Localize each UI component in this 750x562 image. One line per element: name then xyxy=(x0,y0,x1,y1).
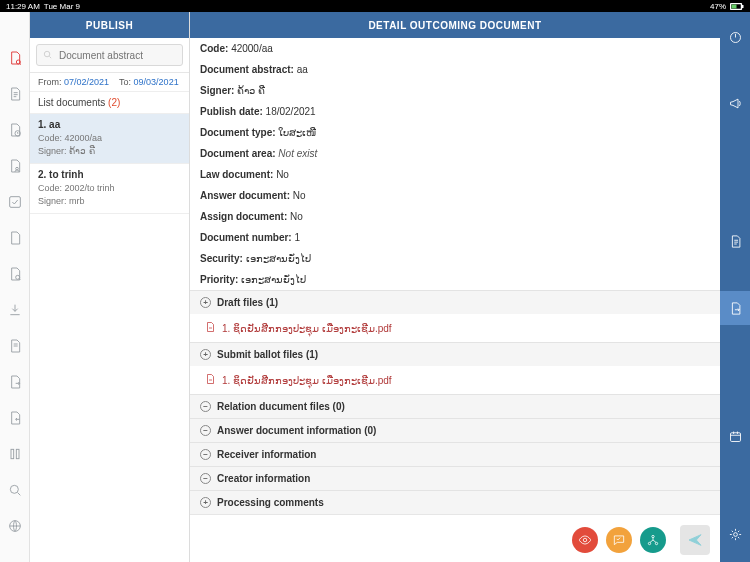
to-label: To: xyxy=(119,77,131,87)
section-receiver-info[interactable]: −Receiver information xyxy=(190,442,720,466)
section-processing-comments[interactable]: +Processing comments xyxy=(190,490,720,514)
svg-point-14 xyxy=(652,535,654,537)
send-button[interactable] xyxy=(680,525,710,555)
pdf-icon xyxy=(204,372,216,388)
collapse-icon: − xyxy=(200,449,211,460)
svg-rect-9 xyxy=(16,449,19,458)
from-label: From: xyxy=(38,77,62,87)
ipad-status-bar: 11:29 AM Tue Mar 9 47% xyxy=(0,0,750,12)
expand-icon: + xyxy=(200,497,211,508)
detail-panel-title: DETAIL OUTCOMING DOCUMENT xyxy=(190,12,720,38)
svg-point-10 xyxy=(10,485,18,493)
rail-doc-in-icon[interactable] xyxy=(7,410,23,426)
view-button[interactable] xyxy=(572,527,598,553)
status-time: 11:29 AM xyxy=(6,2,40,11)
svg-point-15 xyxy=(648,542,650,544)
megaphone-icon[interactable] xyxy=(720,86,750,120)
calendar-icon[interactable] xyxy=(720,419,750,453)
svg-point-13 xyxy=(583,538,587,542)
collapse-icon: − xyxy=(200,473,211,484)
workflow-button[interactable] xyxy=(640,527,666,553)
rail-doc-lines-icon[interactable] xyxy=(7,338,23,354)
svg-rect-2 xyxy=(742,5,744,8)
count-value: (2) xyxy=(108,97,120,108)
section-creator-info[interactable]: −Creator information xyxy=(190,466,720,490)
list-item[interactable]: 1. aa Code: 42000/aa Signer: ຄ້າວ ຄີ xyxy=(30,114,189,164)
power-button[interactable] xyxy=(720,20,750,54)
rail-pause-icon[interactable] xyxy=(7,446,23,462)
list-item-title: 2. to trinh xyxy=(38,169,181,180)
svg-rect-18 xyxy=(730,433,740,442)
rail-check-icon[interactable] xyxy=(7,194,23,210)
list-item-title: 1. aa xyxy=(38,119,181,130)
rail-doc-clock-icon[interactable] xyxy=(7,122,23,138)
svg-rect-8 xyxy=(11,449,14,458)
rail-doc-out-icon[interactable] xyxy=(7,374,23,390)
status-date: Tue Mar 9 xyxy=(44,2,80,11)
left-icon-rail xyxy=(0,12,30,562)
svg-point-16 xyxy=(655,542,657,544)
section-ballot-files[interactable]: +Submit ballot files (1) xyxy=(190,342,720,366)
svg-point-12 xyxy=(44,51,50,57)
doc-out-icon[interactable] xyxy=(720,291,750,325)
gear-icon[interactable] xyxy=(720,518,750,552)
svg-rect-1 xyxy=(732,4,737,8)
rail-doc-plain-icon[interactable] xyxy=(7,230,23,246)
file-row[interactable]: 1. ຊິດຢັນສີກກອງປະຊຸມ ເມືອງກະເຊີມ.pdf xyxy=(190,366,720,394)
list-count-row: List documents (2) xyxy=(30,92,189,114)
battery-icon xyxy=(730,3,744,10)
doc-lines-icon[interactable] xyxy=(720,225,750,259)
expand-icon: + xyxy=(200,297,211,308)
section-draft-files[interactable]: +Draft files (1) xyxy=(190,290,720,314)
rail-search-icon[interactable] xyxy=(7,482,23,498)
pdf-icon xyxy=(204,320,216,336)
search-input[interactable] xyxy=(36,44,183,66)
collapse-icon: − xyxy=(200,425,211,436)
rail-doc-search2-icon[interactable] xyxy=(7,266,23,282)
right-icon-rail xyxy=(720,12,750,562)
comment-input[interactable] xyxy=(200,523,564,557)
svg-point-19 xyxy=(733,533,737,537)
from-date[interactable]: 07/02/2021 xyxy=(64,77,109,87)
to-date[interactable]: 09/03/2021 xyxy=(134,77,179,87)
collapse-icon: − xyxy=(200,401,211,412)
section-relation-files[interactable]: −Relation ducument files (0) xyxy=(190,394,720,418)
list-panel-title: PUBLISH xyxy=(30,12,189,38)
date-range-row: From: 07/02/2021 To: 09/03/2021 xyxy=(30,73,189,92)
document-list-panel: PUBLISH From: 07/02/2021 To: 09/03/2021 … xyxy=(30,12,190,562)
action-bar xyxy=(190,514,720,562)
search-icon xyxy=(42,46,53,64)
svg-rect-6 xyxy=(9,197,20,208)
rail-download-icon[interactable] xyxy=(7,302,23,318)
count-label: List documents xyxy=(38,97,105,108)
expand-icon: + xyxy=(200,349,211,360)
rail-doc-icon[interactable] xyxy=(7,86,23,102)
section-answer-info[interactable]: −Answer document information (0) xyxy=(190,418,720,442)
rail-globe-icon[interactable] xyxy=(7,518,23,534)
comment-button[interactable] xyxy=(606,527,632,553)
rail-doc-search-icon[interactable] xyxy=(7,50,23,66)
file-row[interactable]: 1. ຊິດຢັນສີກກອງປະຊຸມ ເມືອງກະເຊີມ.pdf xyxy=(190,314,720,342)
status-battery: 47% xyxy=(710,2,726,11)
rail-doc-user-icon[interactable] xyxy=(7,158,23,174)
document-detail-panel: DETAIL OUTCOMING DOCUMENT Code: 42000/aa… xyxy=(190,12,720,562)
list-item[interactable]: 2. to trinh Code: 2002/to trinh Signer: … xyxy=(30,164,189,214)
